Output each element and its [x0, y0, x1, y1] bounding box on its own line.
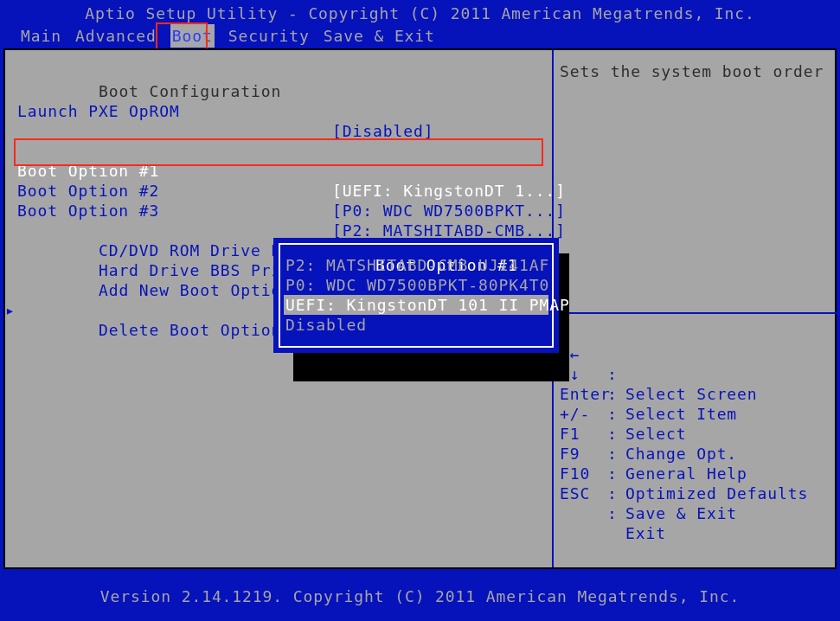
menu-saveexit[interactable]: Save & Exit: [324, 27, 435, 45]
hint-select-screen: →← : Select Screen: [560, 324, 837, 344]
bios-screen: Aptio Setup Utility - Copyright (C) 2011…: [0, 0, 840, 621]
hint-select: Enter : Select: [560, 364, 837, 384]
help-divider: [554, 312, 837, 314]
header-title: Aptio Setup Utility - Copyright (C) 2011…: [0, 3, 840, 23]
hint-exit: ESC : Exit: [560, 464, 837, 483]
section-boot-priorities: Boot Option Priorities: [5, 121, 552, 141]
hint-general-help: F1 : General Help: [560, 404, 837, 424]
right-pane: Sets the system boot order →← : Select S…: [554, 50, 837, 567]
menu-boot[interactable]: Boot: [170, 24, 215, 48]
section-boot-config: Boot Configuration: [5, 61, 552, 81]
setting-launch-pxe[interactable]: Launch PXE OpROM [Disabled]: [5, 81, 552, 101]
boot-option-1[interactable]: Boot Option #1 [UEFI: KingstonDT 1...]: [5, 141, 552, 161]
boot-option-3[interactable]: Boot Option #3 [P2: MATSHITABD-CMB...]: [5, 181, 552, 201]
hint-save-exit: F10 : Save & Exit: [560, 444, 837, 464]
menu-advanced[interactable]: Advanced: [75, 27, 157, 45]
bootopt3-label: Boot Option #3: [17, 201, 159, 221]
menu-bar: Main Advanced Boot Security Save & Exit: [0, 24, 840, 48]
menu-security[interactable]: Security: [228, 27, 310, 45]
pxe-label: Launch PXE OpROM: [17, 101, 180, 121]
selection-arrow-icon: ▸: [5, 300, 16, 320]
popup-option-3[interactable]: UEFI: KingstonDT 101 II PMAP: [284, 295, 548, 315]
popup-option-2[interactable]: P0: WDC WD7500BPKT-80PK4T0: [284, 275, 548, 295]
boot-option-2[interactable]: Boot Option #2 [P0: WDC WD7500BPKT...]: [5, 161, 552, 181]
footer-version: Version 2.14.1219. Copyright (C) 2011 Am…: [0, 571, 840, 621]
menu-main[interactable]: Main: [21, 27, 61, 45]
context-help-text: Sets the system boot order: [560, 61, 837, 81]
popup-option-4[interactable]: Disabled: [284, 315, 548, 335]
bootopt2-value: [P0: WDC WD7500BPKT...]: [332, 201, 566, 221]
boot-option-popup: Boot Option #1 P2: MATSHITABD-CMB UJ141A…: [273, 238, 559, 353]
popup-option-1[interactable]: P2: MATSHITABD-CMB UJ141AF: [284, 255, 548, 275]
hint-change-opt: +/- : Change Opt.: [560, 384, 837, 404]
popup-title: Boot Option #1: [273, 235, 559, 255]
hint-select-item: ↑↓ : Select Item: [560, 344, 837, 364]
hint-optimized-defaults: F9 : Optimized Defaults: [560, 424, 837, 444]
